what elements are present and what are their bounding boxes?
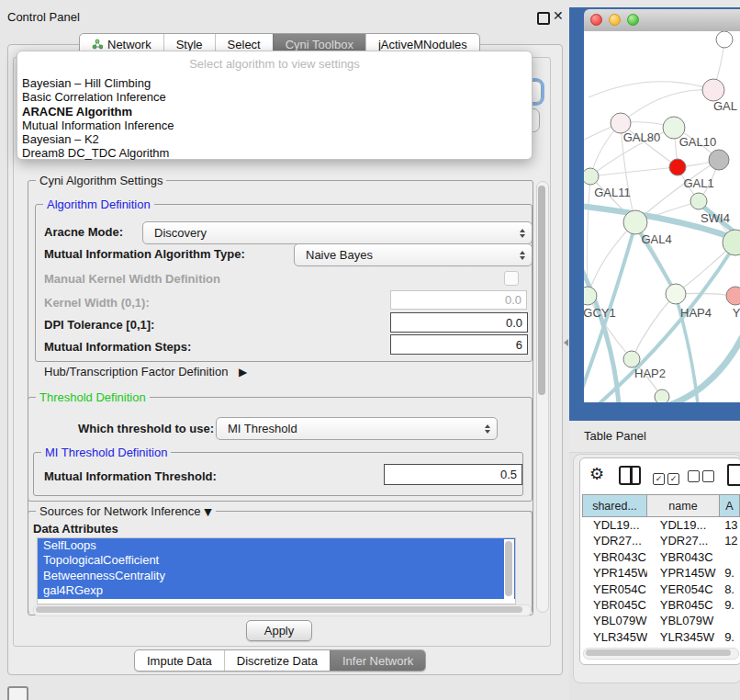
settings-hscrollbar-thumb[interactable] bbox=[36, 606, 522, 613]
aracne-mode-label: Aracne Mode: bbox=[44, 225, 123, 239]
network-node-hap2[interactable] bbox=[623, 351, 640, 367]
network-node[interactable] bbox=[669, 159, 686, 175]
table-hscrollbar-thumb[interactable] bbox=[586, 649, 731, 656]
table-cell: YER054C bbox=[647, 582, 721, 598]
close-panel-icon[interactable]: ✕ bbox=[553, 8, 564, 23]
restore-panel-icon[interactable] bbox=[7, 686, 28, 700]
algorithm-option-bayesian-k2[interactable]: Bayesian – K2 bbox=[22, 132, 527, 146]
table-row[interactable]: YBR045CYBR045C9. bbox=[582, 598, 740, 614]
table-row[interactable]: YIL052CYIL052C9 bbox=[582, 646, 740, 647]
network-node[interactable] bbox=[716, 31, 733, 48]
bottom-tab-discretize-data[interactable]: Discretize Data bbox=[224, 650, 330, 671]
settings-gear-icon[interactable]: ⚙ bbox=[589, 464, 604, 483]
column-header-name[interactable]: name bbox=[646, 494, 720, 517]
select-all-icon[interactable]: ✓✓ bbox=[653, 470, 679, 485]
data-attributes-list[interactable]: SelfLoopsTopologicalCoefficientBetweenne… bbox=[37, 537, 516, 604]
table-row[interactable]: YBR043CYBR043C bbox=[582, 550, 740, 566]
node-label-y: Y bbox=[733, 306, 740, 320]
stepper-icon bbox=[485, 424, 490, 434]
table-cell: 13 bbox=[721, 518, 740, 534]
window-close-icon[interactable] bbox=[590, 14, 602, 26]
network-window-titlebar[interactable] bbox=[584, 9, 740, 32]
float-panel-icon[interactable] bbox=[537, 12, 550, 25]
column-header-shared[interactable]: shared... bbox=[582, 494, 647, 517]
kernel-width-input[interactable]: 0.0 bbox=[390, 290, 527, 310]
table-cell: YIL052C bbox=[582, 646, 647, 647]
sources-group-title-text: Sources for Network Inference bbox=[39, 504, 201, 518]
which-threshold-label: Which threshold to use: bbox=[78, 422, 214, 435]
hub-definition-section[interactable]: Hub/Transcription Factor Definition ▶ bbox=[44, 365, 247, 378]
bottom-tab-impute-data[interactable]: Impute Data bbox=[135, 650, 224, 671]
table-body: YDL19...YDL19...13YDR27...YDR27...12YBR0… bbox=[582, 518, 740, 647]
attribute-item-topologicalcoefficient[interactable]: TopologicalCoefficient bbox=[38, 553, 515, 568]
settings-vertical-scrollbar[interactable] bbox=[536, 181, 549, 613]
table-cell: 9 bbox=[721, 646, 740, 647]
table-row[interactable]: YDL19...YDL19...13 bbox=[582, 518, 740, 534]
threshold-definition-title: Threshold Definition bbox=[36, 390, 150, 404]
attributes-scrollbar[interactable] bbox=[504, 539, 514, 603]
table-row[interactable]: YDR27...YDR27...12 bbox=[582, 534, 740, 549]
algorithm-option-dream8-dc-tdc-algorithm[interactable]: Dream8 DC_TDC Algorithm bbox=[22, 146, 527, 160]
table-horizontal-scrollbar[interactable] bbox=[583, 648, 739, 660]
table-row[interactable]: YLR345WYLR345W9. bbox=[582, 630, 740, 646]
mi-algorithm-type-select[interactable]: Naive Bayes bbox=[294, 243, 533, 266]
network-node[interactable] bbox=[655, 390, 669, 402]
table-cell: 9. bbox=[721, 566, 740, 581]
window-zoom-icon[interactable] bbox=[627, 14, 639, 26]
bottom-tab-infer-network[interactable]: Infer Network bbox=[330, 650, 425, 671]
deselect-all-icon[interactable] bbox=[688, 470, 714, 485]
dpi-tolerance-value: 0.0 bbox=[506, 316, 522, 330]
attribute-item-gal4rgexp[interactable]: gal4RGexp bbox=[38, 583, 515, 598]
network-node-gal4[interactable] bbox=[623, 210, 647, 234]
bottom-tab-infer-network-label: Infer Network bbox=[342, 654, 413, 668]
mi-threshold-input[interactable]: 0.5 bbox=[384, 464, 522, 485]
aracne-mode-value: Discovery bbox=[154, 226, 207, 240]
tab-jactivemnodules-label: jActiveMNodules bbox=[378, 38, 467, 51]
algorithm-option-bayesian-hill-climbing[interactable]: Bayesian – Hill Climbing bbox=[22, 76, 527, 90]
attribute-item-selfloops[interactable]: SelfLoops bbox=[38, 538, 515, 553]
table-row[interactable]: YPR145WYPR145W9. bbox=[582, 566, 740, 581]
data-attributes-label: Data Attributes bbox=[33, 522, 118, 536]
mi-steps-input[interactable]: 6 bbox=[390, 334, 528, 355]
settings-scrollbar-thumb[interactable] bbox=[538, 186, 545, 395]
expand-right-icon[interactable]: ▶ bbox=[239, 366, 247, 378]
panel-splitter-arrow-icon[interactable] bbox=[564, 339, 568, 346]
tab-select-label: Select bbox=[228, 38, 261, 51]
column-header-a[interactable]: A bbox=[719, 494, 740, 517]
algorithm-option-list: Bayesian – Hill ClimbingBasic Correlatio… bbox=[22, 76, 527, 161]
new-table-icon[interactable] bbox=[727, 464, 740, 486]
kernel-width-label: Kernel Width (0,1): bbox=[44, 296, 150, 310]
node-label-gcy1: GCY1 bbox=[584, 306, 616, 320]
split-columns-icon[interactable] bbox=[619, 466, 641, 485]
which-threshold-value: MI Threshold bbox=[228, 422, 297, 435]
which-threshold-select[interactable]: MI Threshold bbox=[216, 417, 498, 440]
collapse-down-icon[interactable]: ▼ bbox=[204, 506, 211, 518]
table-cell: YBR043C bbox=[582, 550, 647, 566]
settings-horizontal-scrollbar[interactable] bbox=[33, 604, 532, 616]
algorithm-option-mutual-information-inference[interactable]: Mutual Information Inference bbox=[22, 119, 527, 132]
node-label-swi4: SWI4 bbox=[701, 211, 730, 225]
hub-definition-label: Hub/Transcription Factor Definition bbox=[44, 365, 228, 378]
table-row[interactable]: YBL079WYBL079W bbox=[582, 614, 740, 629]
network-node[interactable] bbox=[709, 150, 729, 170]
network-node-y[interactable] bbox=[726, 287, 740, 305]
aracne-mode-select[interactable]: Discovery bbox=[142, 221, 533, 244]
table-cell: YLR345W bbox=[582, 630, 647, 646]
attribute-item-betweennesscentrality[interactable]: BetweennessCentrality bbox=[38, 569, 515, 583]
network-node-gal[interactable] bbox=[702, 79, 724, 101]
table-cell: 12 bbox=[721, 534, 740, 549]
algorithm-option-basic-correlation-inference[interactable]: Basic Correlation Inference bbox=[22, 90, 527, 104]
window-minimize-icon[interactable] bbox=[609, 14, 621, 26]
algorithm-option-aracne-algorithm[interactable]: ARACNE Algorithm bbox=[22, 105, 527, 119]
network-view-canvas[interactable]: GALGAL80GAL10GAL1GAL11SWI4GAL4GCY1HAP4YH… bbox=[584, 31, 740, 402]
attributes-scrollbar-thumb[interactable] bbox=[505, 541, 512, 596]
dpi-tolerance-input[interactable]: 0.0 bbox=[390, 312, 528, 333]
algorithm-definition-title: Algorithm Definition bbox=[43, 198, 154, 211]
network-node-gal1[interactable] bbox=[690, 193, 707, 209]
manual-kernel-width-checkbox[interactable] bbox=[504, 271, 519, 286]
network-node-gal11[interactable] bbox=[584, 168, 599, 185]
table-cell: YDL19... bbox=[647, 518, 721, 534]
network-node-hap4[interactable] bbox=[666, 284, 686, 304]
table-row[interactable]: YER054CYER054C8. bbox=[582, 582, 740, 598]
apply-button[interactable]: Apply bbox=[246, 620, 312, 641]
